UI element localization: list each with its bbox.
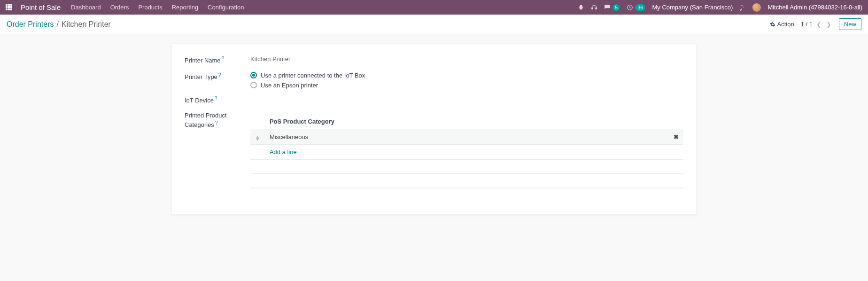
field-iot-device[interactable] — [250, 95, 683, 105]
help-icon[interactable]: ? — [215, 96, 217, 101]
table-row[interactable]: ▲▼ Miscellaneous ✖ — [250, 129, 683, 145]
svg-rect-0 — [592, 8, 593, 9]
form-sheet: Printer Name? Kitchen Printer Printer Ty… — [171, 44, 697, 214]
categories-table: PoS Product Category ▲▼ Miscellaneous ✖ — [250, 114, 683, 188]
label-iot-device: IoT Device? — [185, 95, 250, 105]
activities-count: 36 — [635, 4, 645, 11]
label-printer-type: Printer Type? — [185, 72, 250, 89]
breadcrumb-sep: / — [56, 20, 58, 29]
help-icon[interactable]: ? — [218, 72, 221, 78]
company-switcher[interactable]: My Company (San Francisco) — [652, 4, 733, 11]
menu-configuration[interactable]: Configuration — [208, 4, 244, 11]
messages-count: 5 — [612, 4, 620, 11]
cell-category-name[interactable]: Miscellaneous — [265, 129, 669, 145]
field-printer-type: Use a printer connected to the IoT Box U… — [250, 72, 683, 89]
field-printer-name[interactable]: Kitchen Printer — [250, 55, 683, 65]
menu-products[interactable]: Products — [138, 4, 162, 11]
help-icon[interactable]: ? — [222, 56, 225, 61]
menu-reporting[interactable]: Reporting — [172, 4, 198, 11]
avatar[interactable] — [752, 3, 761, 12]
empty-row — [250, 160, 683, 174]
apps-icon[interactable] — [6, 4, 13, 11]
menu-dashboard[interactable]: Dashboard — [71, 4, 101, 11]
empty-row — [250, 174, 683, 188]
pager-next-icon[interactable]: ❯ — [825, 21, 832, 28]
row-delete-icon[interactable]: ✖ — [669, 129, 683, 145]
add-line-link[interactable]: Add a line — [270, 148, 297, 156]
col-pos-category: PoS Product Category — [265, 114, 669, 129]
drag-handle-icon[interactable]: ▲▼ — [255, 136, 260, 140]
tools-icon[interactable] — [739, 4, 746, 11]
breadcrumb-current: Kitchen Printer — [62, 20, 111, 29]
radio-iot-box[interactable]: Use a printer connected to the IoT Box — [250, 72, 683, 79]
messages-icon[interactable]: 5 — [604, 4, 620, 11]
add-line-row: Add a line — [250, 145, 683, 160]
pager-text[interactable]: 1 / 1 — [801, 21, 813, 28]
action-label: Action — [777, 21, 794, 28]
app-title[interactable]: Point of Sale — [21, 3, 61, 11]
pager-prev-icon[interactable]: ❮ — [815, 21, 822, 28]
control-panel: Order Printers / Kitchen Printer Action … — [0, 15, 868, 34]
action-menu[interactable]: Action — [770, 21, 794, 28]
new-button[interactable]: New — [839, 18, 861, 30]
gear-icon — [770, 22, 775, 27]
bug-icon[interactable] — [578, 4, 584, 11]
main-menu: Dashboard Orders Products Reporting Conf… — [71, 4, 244, 11]
username[interactable]: Mitchell Admin (47984032-16-0-all) — [767, 4, 862, 11]
radio-epson[interactable]: Use an Epson printer — [250, 82, 683, 89]
support-icon[interactable] — [591, 4, 597, 11]
top-navbar: Point of Sale Dashboard Orders Products … — [0, 0, 868, 15]
activities-icon[interactable]: 36 — [627, 4, 645, 11]
radio-unchecked-icon — [250, 82, 257, 88]
breadcrumb-parent[interactable]: Order Printers — [7, 20, 54, 29]
help-icon[interactable]: ? — [215, 120, 218, 125]
label-printer-name: Printer Name? — [185, 55, 250, 65]
svg-rect-1 — [596, 8, 597, 9]
pager: 1 / 1 ❮ ❯ — [801, 21, 832, 28]
label-printed-categories: Printed Product Categories? — [185, 111, 250, 130]
breadcrumb: Order Printers / Kitchen Printer — [7, 20, 111, 29]
menu-orders[interactable]: Orders — [110, 4, 129, 11]
radio-checked-icon — [250, 72, 257, 78]
